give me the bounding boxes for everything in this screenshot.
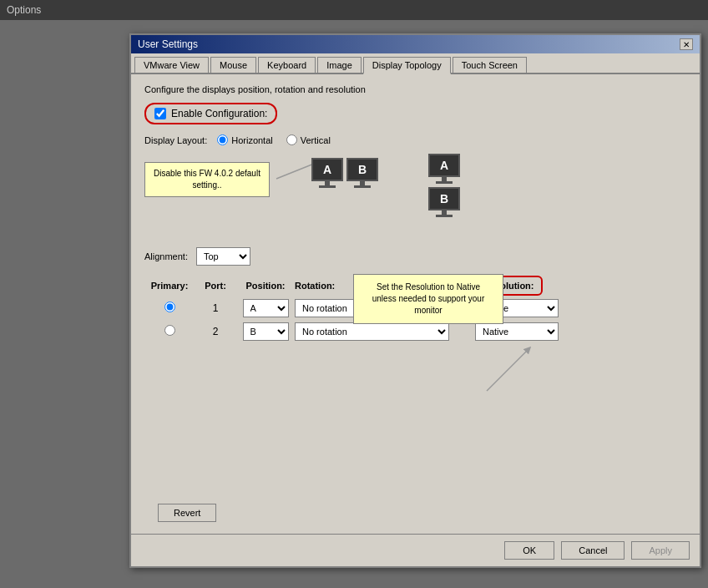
monitor-a-base [319,185,336,188]
enable-config-label: Enable Configuration: [171,108,267,119]
vertical-radio[interactable] [286,134,297,145]
primary-radio-1-container [144,302,195,315]
apply-button[interactable]: Apply [631,541,690,560]
cancel-button[interactable]: Cancel [561,541,625,560]
app-title: Options [7,4,41,16]
tab-content: Configure the displays position, rotatio… [131,74,700,426]
tab-mouse[interactable]: Mouse [210,57,256,73]
tooltip-disable-fw: Disable this FW 4.0.2 default setting.. [144,162,270,197]
horizontal-radio[interactable] [217,134,228,145]
tab-touch-screen[interactable]: Touch Screen [453,57,527,73]
tab-display-topology[interactable]: Display Topology [363,57,451,74]
display-layout-row: Display Layout: Horizontal Vertical [144,134,686,145]
monitor-b-vertical-base [436,215,453,217]
display-row-2: 2 A B No rotation 90 degrees 180 degrees… [144,322,686,341]
col-header-position: Position: [236,281,295,291]
vertical-option[interactable]: Vertical [286,134,331,145]
position-select-2[interactable]: A B [243,322,289,341]
tab-bar: VMware View Mouse Keyboard Image Display… [131,53,700,74]
tooltip2-arrow [462,341,562,399]
monitor-a: A [311,158,343,188]
monitor-a-screen: A [311,158,343,181]
bottom-section: Revert OK Cancel Apply [131,495,700,566]
dialog-window: User Settings ✕ VMware View Mouse Keyboa… [129,33,701,568]
dialog-close-button[interactable]: ✕ [680,38,693,50]
col-header-primary: Primary: [144,281,195,291]
button-bar: OK Cancel Apply [131,534,700,566]
col-header-port: Port: [195,281,236,291]
monitor-a-vertical-base [436,181,453,184]
primary-radio-1[interactable] [164,302,175,312]
dialog-title-bar: User Settings ✕ [131,35,700,53]
alignment-row: Alignment: Top Middle Bottom [144,247,686,266]
primary-radio-2-container [144,325,195,338]
alignment-select[interactable]: Top Middle Bottom [196,247,250,266]
monitor-a-vertical: A [428,154,460,184]
resolution-select-2[interactable]: Native 1920x1080 1280x720 [475,322,559,341]
port-1: 1 [195,302,236,314]
monitor-b-vertical: B [428,187,460,217]
vertical-monitor-group: A B [428,154,460,217]
rotation-select-2[interactable]: No rotation 90 degrees 180 degrees 270 d… [295,322,449,341]
tab-keyboard[interactable]: Keyboard [258,57,316,73]
ok-button[interactable]: OK [504,541,554,560]
alignment-label: Alignment: [144,251,188,261]
port-2: 2 [195,326,236,337]
display-layout-label: Display Layout: [144,135,207,145]
resolution-2-container: Native 1920x1080 1280x720 [475,322,559,341]
title-bar: Options [0,0,708,20]
enable-config-container: Enable Configuration: [144,103,277,124]
svg-line-3 [487,349,528,391]
horizontal-option[interactable]: Horizontal [217,134,273,145]
enable-config-checkbox[interactable] [154,108,166,119]
horizontal-label: Horizontal [231,135,273,145]
monitor-b-screen: B [346,158,378,181]
primary-radio-2[interactable] [164,325,175,336]
monitor-b-base [354,185,371,188]
monitor-b: B [346,158,378,188]
rotation-2-container: No rotation 90 degrees 180 degrees 270 d… [295,322,462,341]
dialog-title: User Settings [138,38,198,50]
tooltip-resolution: Set the Resolution to Native unless need… [353,274,503,324]
layout-radio-group: Horizontal Vertical [217,134,331,145]
revert-button[interactable]: Revert [158,504,216,522]
position-select-1[interactable]: A B [243,299,289,317]
monitor-a-vertical-screen: A [428,154,460,177]
horizontal-monitor-group: A B [311,158,378,188]
description-text: Configure the displays position, rotatio… [144,84,686,94]
monitor-b-vertical-screen: B [428,187,460,210]
tab-image[interactable]: Image [317,57,362,73]
tab-vmware-view[interactable]: VMware View [134,57,209,73]
position-2-container: A B [236,322,295,341]
position-1-container: A B [236,299,295,317]
vertical-label: Vertical [301,135,331,145]
